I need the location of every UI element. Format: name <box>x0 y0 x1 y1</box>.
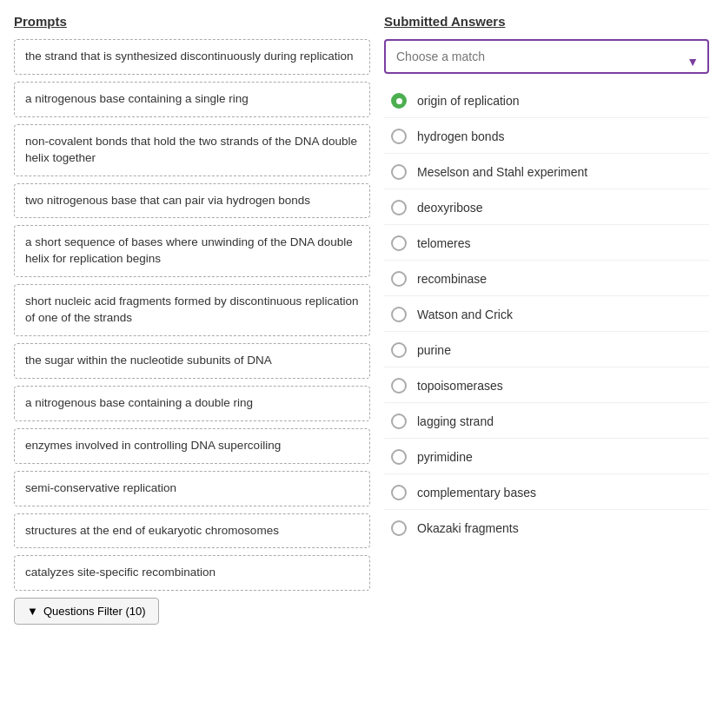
radio-button[interactable] <box>391 93 407 109</box>
prompt-item: enzymes involved in controlling DNA supe… <box>14 428 370 464</box>
radio-button[interactable] <box>391 449 407 465</box>
prompt-item: short nucleic acid fragments formed by d… <box>14 284 370 336</box>
radio-button[interactable] <box>391 235 407 251</box>
radio-inner-dot <box>396 98 402 104</box>
answer-item[interactable]: pyrimidine <box>384 440 709 474</box>
radio-button[interactable] <box>391 520 407 536</box>
answer-item[interactable]: telomeres <box>384 227 709 261</box>
answer-label: purine <box>417 343 451 357</box>
radio-button[interactable] <box>391 164 407 180</box>
answer-label: topoisomerases <box>417 379 503 393</box>
prompt-item: two nitrogenous base that can pair via h… <box>14 183 370 219</box>
dropdown-wrapper: ▼ <box>384 39 709 84</box>
answer-item[interactable]: topoisomerases <box>384 369 709 403</box>
prompts-panel: Prompts the strand that is synthesized d… <box>14 14 370 714</box>
answer-label: lagging strand <box>417 414 494 428</box>
filter-icon: ▼ <box>27 605 38 618</box>
answer-label: complementary bases <box>417 486 536 500</box>
answer-item[interactable]: hydrogen bonds <box>384 120 709 154</box>
answer-item[interactable]: Okazaki fragments <box>384 512 709 545</box>
radio-button[interactable] <box>391 485 407 500</box>
answer-item[interactable]: lagging strand <box>384 405 709 439</box>
questions-filter-button[interactable]: ▼ Questions Filter (10) <box>14 598 159 625</box>
answer-label: telomeres <box>417 236 470 250</box>
answer-item[interactable]: Watson and Crick <box>384 298 709 332</box>
answer-label: recombinase <box>417 272 487 286</box>
answer-item[interactable]: recombinase <box>384 262 709 296</box>
radio-button[interactable] <box>391 200 407 215</box>
prompt-item: a nitrogenous base containing a single r… <box>14 82 370 117</box>
prompts-title: Prompts <box>14 14 370 29</box>
prompt-item: the sugar within the nucleotide subunits… <box>14 343 370 379</box>
radio-button[interactable] <box>391 378 407 394</box>
radio-button[interactable] <box>391 129 407 144</box>
radio-button[interactable] <box>391 342 407 358</box>
answer-label: pyrimidine <box>417 450 473 464</box>
answer-label: Watson and Crick <box>417 308 513 321</box>
answers-panel: Submitted Answers ▼ origin of replicatio… <box>384 14 709 714</box>
answer-item[interactable]: origin of replication <box>384 84 709 118</box>
prompt-item: non-covalent bonds that hold the two str… <box>14 124 370 176</box>
prompt-item: the strand that is synthesized discontin… <box>14 39 370 75</box>
answer-label: Meselson and Stahl experiment <box>417 165 587 179</box>
prompt-item: semi-conservative replication <box>14 471 370 506</box>
answer-label: deoxyribose <box>417 201 483 215</box>
answer-item[interactable]: Meselson and Stahl experiment <box>384 156 709 189</box>
answer-item[interactable]: deoxyribose <box>384 191 709 225</box>
prompts-list: the strand that is synthesized discontin… <box>14 39 370 591</box>
answer-list: origin of replicationhydrogen bondsMesel… <box>384 84 709 545</box>
answer-item[interactable]: complementary bases <box>384 476 709 510</box>
radio-button[interactable] <box>391 414 407 429</box>
prompt-item: a nitrogenous base containing a double r… <box>14 386 370 421</box>
answer-item[interactable]: purine <box>384 334 709 367</box>
prompt-item: a short sequence of bases where unwindin… <box>14 225 370 277</box>
radio-button[interactable] <box>391 271 407 287</box>
prompt-item: catalyzes site-specific recombination <box>14 555 370 591</box>
prompt-item: structures at the end of eukaryotic chro… <box>14 513 370 549</box>
answers-title: Submitted Answers <box>384 14 709 29</box>
match-dropdown-input[interactable] <box>384 39 709 74</box>
answer-label: origin of replication <box>417 94 520 108</box>
filter-label: Questions Filter (10) <box>43 605 146 618</box>
radio-button[interactable] <box>391 307 407 322</box>
answer-label: Okazaki fragments <box>417 521 519 535</box>
answer-label: hydrogen bonds <box>417 129 504 143</box>
